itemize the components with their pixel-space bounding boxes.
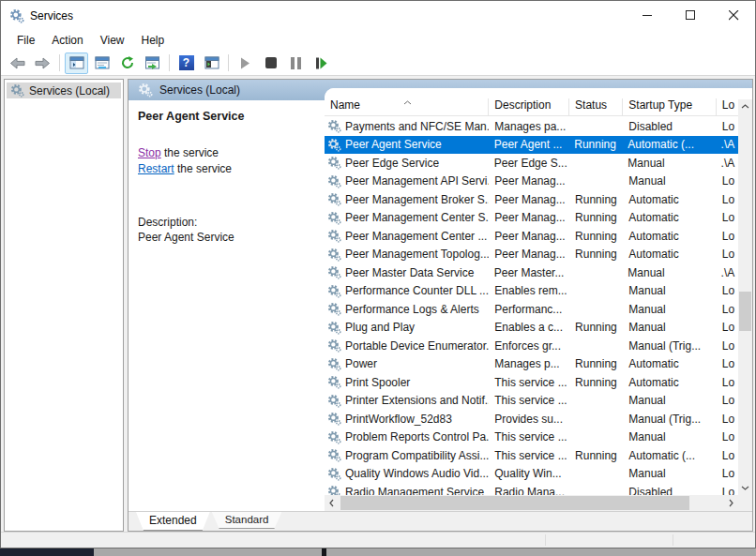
column-header-description[interactable]: Description (489, 98, 569, 115)
restart-service-button[interactable] (310, 53, 333, 74)
vertical-scroll-thumb[interactable] (739, 292, 751, 331)
services-gear-icon (138, 83, 153, 98)
menu-view[interactable]: View (92, 32, 133, 49)
service-name: Peer Management Broker S... (345, 193, 489, 206)
service-name: Problem Reports Control Pa... (345, 430, 489, 443)
service-description: Peer Manag... (489, 193, 569, 206)
column-header-logon[interactable]: Lo (717, 98, 738, 115)
service-logon: Lo (717, 211, 738, 224)
service-name: Peer Management API Servi... (345, 174, 489, 188)
toolbar-separator (228, 54, 229, 71)
service-row[interactable]: Performance Logs & Alerts Performanc... … (325, 300, 738, 319)
service-row[interactable]: Peer Management Center S... Peer Manag..… (325, 209, 738, 228)
show-action-pane-button[interactable] (200, 53, 223, 74)
service-name-cell: Portable Device Enumerator... (325, 338, 489, 353)
menu-action[interactable]: Action (43, 32, 91, 49)
minimize-button[interactable] (626, 1, 669, 30)
service-logon: Lo (717, 303, 738, 316)
service-logon: Lo (717, 248, 738, 261)
toolbar: ? (1, 51, 755, 76)
service-row[interactable]: Program Compatibility Assi... This servi… (325, 446, 738, 465)
service-row[interactable]: Peer Management Topolog... Peer Manag...… (325, 246, 738, 264)
service-row[interactable]: PrintWorkflow_52d83 Provides su... Manua… (325, 410, 738, 428)
taskbar-sliver (0, 548, 756, 556)
service-description: Peer Manag... (489, 211, 569, 224)
refresh-icon (120, 55, 135, 70)
service-name: Peer Management Topolog... (345, 248, 489, 261)
service-status: Running (569, 321, 623, 334)
show-console-tree-button[interactable] (65, 53, 88, 74)
service-description: Peer Manag... (489, 248, 569, 261)
restart-service-line: Restart the service (138, 161, 317, 177)
service-startup-type: Manual (623, 321, 717, 334)
back-arrow-icon (9, 57, 25, 69)
service-row[interactable]: Peer Agent Service Peer Agent ... Runnin… (325, 136, 738, 155)
console-tree-panel: Services (Local) (4, 79, 124, 532)
start-service-button[interactable] (234, 53, 257, 74)
service-row[interactable]: Peer Management Center ... Peer Manag...… (325, 227, 738, 246)
service-startup-type: Automatic (... (622, 138, 715, 151)
column-header-name[interactable]: Name (325, 98, 489, 115)
restart-service-link[interactable]: Restart (138, 162, 174, 175)
service-description: Provides su... (489, 413, 569, 426)
vertical-scrollbar[interactable] (738, 99, 752, 495)
scroll-left-icon[interactable] (325, 495, 339, 511)
main-content: Services (Local) Services (Local) Peer A… (1, 76, 755, 532)
forward-arrow-icon (35, 57, 51, 69)
scroll-right-icon[interactable] (724, 495, 738, 511)
tab-extended[interactable]: Extended (136, 512, 210, 531)
service-row[interactable]: Peer Management API Servi... Peer Manag.… (325, 173, 738, 191)
service-name: Power (345, 357, 377, 370)
tree-item-services-local[interactable]: Services (Local) (7, 83, 121, 98)
properties-button[interactable] (90, 53, 113, 74)
menu-file[interactable]: File (8, 32, 43, 49)
service-logon: Lo (717, 394, 738, 407)
service-gear-icon (327, 156, 341, 170)
selected-service-name: Peer Agent Service (138, 110, 317, 123)
horizontal-scrollbar[interactable] (325, 495, 738, 511)
service-name: Performance Logs & Alerts (345, 303, 479, 316)
service-name-cell: Peer Management Topolog... (325, 248, 489, 262)
scroll-down-icon[interactable] (738, 481, 752, 495)
refresh-button[interactable] (115, 53, 139, 74)
service-row[interactable]: Plug and Play Enables a c... Running Man… (325, 319, 738, 338)
export-list-button[interactable] (141, 53, 164, 74)
close-button[interactable] (712, 1, 755, 30)
service-description: Peer Master... (489, 266, 569, 279)
help-button[interactable]: ? (174, 53, 198, 74)
service-gear-icon (327, 229, 341, 243)
tab-standard[interactable]: Standard (212, 512, 282, 529)
stop-service-link[interactable]: Stop (138, 146, 161, 159)
service-row[interactable]: Radio Management Service Radio Mana... D… (325, 483, 738, 495)
service-description: Peer Agent ... (489, 138, 569, 151)
service-row[interactable]: Portable Device Enumerator... Enforces g… (325, 337, 738, 355)
back-button[interactable] (6, 53, 29, 74)
taskbar-tick (322, 548, 326, 556)
stop-service-button[interactable] (259, 53, 282, 74)
service-row[interactable]: Printer Extensions and Notif... This ser… (325, 392, 738, 411)
pause-service-button[interactable] (284, 53, 308, 74)
service-row[interactable]: Print Spooler This service ... Running A… (325, 373, 738, 392)
service-gear-icon (327, 394, 341, 408)
column-header-status[interactable]: Status (569, 98, 623, 115)
scroll-up-icon[interactable] (738, 99, 752, 113)
service-startup-type: Manual (623, 284, 717, 297)
service-gear-icon (327, 430, 341, 444)
service-logon: Lo (717, 486, 738, 495)
forward-button[interactable] (31, 53, 54, 74)
service-gear-icon (327, 174, 341, 188)
service-row[interactable]: Problem Reports Control Pa... This servi… (325, 428, 738, 447)
service-row[interactable]: Power Manages p... Running Automatic Lo (325, 355, 738, 374)
service-row[interactable]: Peer Master Data Service Peer Master... … (325, 263, 738, 282)
service-row[interactable]: Payments and NFC/SE Man... Manages pa...… (325, 117, 738, 136)
menu-help[interactable]: Help (133, 32, 174, 49)
service-row[interactable]: Performance Counter DLL ... Enables rem.… (325, 282, 738, 301)
service-row[interactable]: Peer Edge Service Peer Edge S... Manual … (325, 154, 738, 173)
maximize-button[interactable] (669, 1, 712, 30)
service-row[interactable]: Quality Windows Audio Vid... Quality Win… (325, 465, 738, 484)
service-row[interactable]: Peer Management Broker S... Peer Manag..… (325, 190, 738, 209)
service-gear-icon (327, 357, 341, 371)
column-header-startup-type[interactable]: Startup Type (623, 98, 717, 115)
play-icon (240, 57, 250, 69)
horizontal-scroll-thumb[interactable] (340, 496, 689, 510)
